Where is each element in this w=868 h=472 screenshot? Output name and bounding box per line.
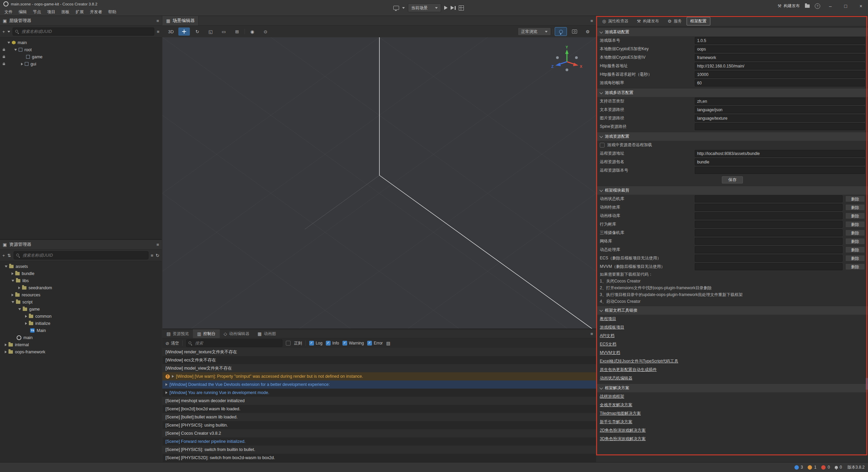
delete-module-button[interactable]: 删除 bbox=[845, 204, 865, 211]
open-project-folder-icon[interactable] bbox=[805, 4, 810, 8]
remote-url-input[interactable] bbox=[695, 150, 865, 157]
module-field[interactable] bbox=[695, 229, 843, 236]
scene-settings-button[interactable]: ⚙ bbox=[582, 27, 593, 36]
asset-node-assets[interactable]: assets bbox=[0, 263, 162, 270]
rect-tool-button[interactable]: ▭ bbox=[218, 27, 230, 36]
mode-3d-toggle[interactable]: 3D bbox=[165, 27, 177, 36]
info-checkbox[interactable] bbox=[326, 341, 331, 346]
solution-link-tbs[interactable]: 战棋游戏框架 bbox=[597, 392, 868, 401]
scene-selector-dropdown[interactable]: 当前场景 bbox=[408, 3, 441, 12]
notification-bell-icon[interactable] bbox=[835, 466, 838, 469]
asset-node-libs[interactable]: libs bbox=[0, 277, 162, 284]
doc-link-excel-tool[interactable]: Excel格式转Json文件与TypeScript代码工具 bbox=[597, 357, 868, 366]
minimize-button[interactable]: – bbox=[825, 3, 835, 9]
menu-extension[interactable]: 扩展 bbox=[73, 8, 87, 16]
axis-gizmo[interactable]: Y X Z bbox=[551, 45, 583, 77]
expand-arrow-icon[interactable] bbox=[12, 272, 14, 275]
module-field[interactable] bbox=[695, 246, 843, 253]
doc-link-hot-update[interactable]: 原生包热更新配置自动生成插件 bbox=[597, 366, 868, 374]
tab-animation-graph[interactable]: ▦ 动画图 bbox=[254, 329, 280, 338]
menu-project[interactable]: 项目 bbox=[44, 8, 58, 16]
regex-checkbox[interactable] bbox=[286, 341, 291, 346]
remote-version-input[interactable] bbox=[695, 167, 865, 174]
create-asset-button[interactable]: + bbox=[2, 253, 5, 258]
assets-search[interactable] bbox=[14, 251, 149, 259]
delete-module-button[interactable]: 删除 bbox=[845, 213, 865, 219]
expand-arrow-icon[interactable] bbox=[165, 391, 167, 394]
languages-input[interactable] bbox=[695, 98, 865, 105]
collapse-arrow-icon[interactable] bbox=[12, 280, 14, 282]
tab-property-inspector[interactable]: ◎ 属性检查器 bbox=[598, 17, 632, 25]
inspector-scrollbar-thumb[interactable] bbox=[866, 378, 868, 390]
module-field[interactable] bbox=[695, 238, 843, 245]
scene-light-toggle[interactable] bbox=[555, 27, 567, 36]
asset-node-bundle[interactable]: bundle bbox=[0, 270, 162, 277]
solution-link-tiledmap[interactable]: Tiledmap地图解决方案 bbox=[597, 409, 868, 418]
export-log-icon[interactable]: ▤ bbox=[386, 341, 390, 346]
http-server-input[interactable] bbox=[695, 62, 865, 70]
expand-arrow-icon[interactable] bbox=[25, 315, 27, 318]
solution-link-guide[interactable]: 新手引导解决方案 bbox=[597, 418, 868, 426]
module-field[interactable] bbox=[695, 255, 843, 262]
filter-warning[interactable]: Warning bbox=[342, 341, 364, 346]
warning-checkbox[interactable] bbox=[342, 341, 347, 346]
image-path-input[interactable] bbox=[695, 115, 865, 122]
assets-search-input[interactable] bbox=[22, 253, 146, 258]
section-language-config[interactable]: 游戏多语言配置 bbox=[597, 88, 868, 97]
menu-file[interactable]: 文件 bbox=[1, 8, 16, 16]
collapse-arrow-icon[interactable] bbox=[18, 308, 21, 310]
solution-link-fullstack[interactable]: 全栈开发解决方案 bbox=[597, 401, 868, 409]
section-basic-config[interactable]: 游戏基础配置 bbox=[597, 27, 868, 36]
http-timeout-input[interactable] bbox=[695, 71, 865, 78]
sort-assets-icon[interactable]: ⇅ bbox=[7, 253, 11, 258]
solution-link-rpg2d[interactable]: 2D角色扮演游戏解决方案 bbox=[597, 426, 868, 435]
scene-viewport[interactable]: Y X Z bbox=[162, 37, 596, 329]
spine-path-input[interactable] bbox=[695, 123, 865, 130]
delete-module-button[interactable]: 删除 bbox=[845, 255, 865, 261]
log-row[interactable]: [Scene] [PHYSICS2D]: switch from box2d-w… bbox=[162, 454, 596, 462]
lock-icon[interactable] bbox=[3, 56, 5, 58]
game-version-input[interactable] bbox=[695, 37, 865, 44]
text-path-input[interactable] bbox=[695, 106, 865, 113]
expand-arrow-icon[interactable] bbox=[21, 63, 23, 65]
remote-load-checkbox[interactable] bbox=[600, 143, 605, 148]
collapse-arrow-icon[interactable] bbox=[5, 266, 7, 268]
crypto-iv-input[interactable] bbox=[695, 54, 865, 61]
panel-menu-icon[interactable]: ≡ bbox=[590, 332, 596, 336]
preview-platform-icon[interactable] bbox=[393, 6, 399, 10]
expand-arrow-icon[interactable] bbox=[172, 375, 174, 378]
doc-link-ecs[interactable]: ECS文档 bbox=[597, 340, 868, 349]
expand-arrow-icon[interactable] bbox=[12, 294, 14, 296]
log-checkbox[interactable] bbox=[309, 341, 314, 346]
filter-error[interactable]: Error bbox=[367, 341, 383, 346]
delete-module-button[interactable]: 删除 bbox=[845, 196, 865, 202]
clear-console-button[interactable]: ⊘ 清空 bbox=[165, 340, 179, 346]
expand-arrow-icon[interactable] bbox=[165, 383, 167, 386]
section-module-trim[interactable]: 框架模块裁剪 bbox=[597, 186, 868, 195]
error-count-icon[interactable] bbox=[821, 465, 826, 470]
section-resource-config[interactable]: 游戏资源配置 bbox=[597, 132, 868, 141]
menu-developer[interactable]: 开发者 bbox=[87, 8, 105, 16]
collapse-arrow-icon[interactable] bbox=[12, 301, 14, 303]
tab-asset-preview[interactable]: ▤ 资源预览 bbox=[162, 329, 193, 338]
lock-icon[interactable] bbox=[3, 63, 5, 65]
tab-console[interactable]: ▥ 控制台 bbox=[193, 329, 219, 338]
tree-node-game[interactable]: game bbox=[0, 53, 162, 60]
warning-count-icon[interactable] bbox=[808, 465, 812, 470]
tree-node-main[interactable]: main bbox=[0, 39, 162, 46]
error-checkbox[interactable] bbox=[367, 341, 372, 346]
panel-menu-icon[interactable]: ≡ bbox=[590, 19, 596, 23]
remote-bundle-input[interactable] bbox=[695, 158, 865, 165]
coordinate-toggle-button[interactable]: ⊙ bbox=[260, 27, 271, 36]
create-node-button[interactable]: + bbox=[2, 29, 5, 34]
module-field[interactable] bbox=[695, 263, 843, 270]
hierarchy-filter-icon[interactable]: ≡ bbox=[157, 29, 159, 34]
log-row[interactable]: [Scene] Cocos Creator v3.8.2 bbox=[162, 429, 596, 437]
expand-arrow-icon[interactable] bbox=[25, 322, 27, 325]
scale-tool-button[interactable]: ◱ bbox=[205, 27, 216, 36]
collapse-arrow-icon[interactable] bbox=[14, 49, 17, 51]
module-field[interactable] bbox=[695, 195, 843, 202]
asset-node-game[interactable]: game bbox=[0, 306, 162, 313]
log-row[interactable]: [Window] ecs文件夹不存在 bbox=[162, 356, 596, 364]
regex-toggle[interactable]: 正则 bbox=[286, 340, 302, 346]
